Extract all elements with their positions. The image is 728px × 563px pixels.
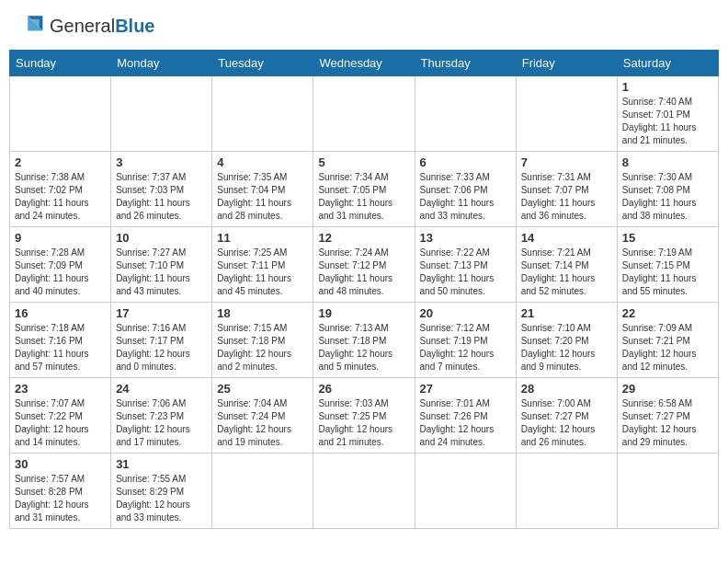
day-number: 7 xyxy=(521,155,612,169)
day-number: 15 xyxy=(622,231,713,245)
calendar-cell: 19Sunrise: 7:13 AM Sunset: 7:18 PM Dayli… xyxy=(313,303,415,378)
calendar-cell xyxy=(212,454,313,529)
calendar-cell: 22Sunrise: 7:09 AM Sunset: 7:21 PM Dayli… xyxy=(617,303,718,378)
day-info: Sunrise: 7:55 AM Sunset: 8:29 PM Dayligh… xyxy=(116,473,207,524)
col-header-wednesday: Wednesday xyxy=(313,51,415,76)
day-info: Sunrise: 6:58 AM Sunset: 7:27 PM Dayligh… xyxy=(622,397,713,449)
col-header-saturday: Saturday xyxy=(617,51,718,76)
calendar-cell: 9Sunrise: 7:28 AM Sunset: 7:09 PM Daylig… xyxy=(10,227,111,303)
day-info: Sunrise: 7:18 AM Sunset: 7:16 PM Dayligh… xyxy=(15,322,106,373)
calendar-cell: 31Sunrise: 7:55 AM Sunset: 8:29 PM Dayli… xyxy=(111,454,212,529)
day-number: 10 xyxy=(116,231,207,245)
calendar-cell xyxy=(415,76,516,152)
col-header-thursday: Thursday xyxy=(415,51,516,76)
day-info: Sunrise: 7:15 AM Sunset: 7:18 PM Dayligh… xyxy=(217,322,308,373)
day-number: 18 xyxy=(217,306,308,320)
col-header-friday: Friday xyxy=(516,51,617,76)
calendar-cell: 12Sunrise: 7:24 AM Sunset: 7:12 PM Dayli… xyxy=(313,227,415,303)
day-number: 14 xyxy=(521,231,612,245)
calendar-week-5: 23Sunrise: 7:07 AM Sunset: 7:22 PM Dayli… xyxy=(10,378,719,454)
day-info: Sunrise: 7:13 AM Sunset: 7:18 PM Dayligh… xyxy=(318,322,409,373)
calendar-cell xyxy=(212,76,313,152)
day-number: 5 xyxy=(318,155,409,169)
day-number: 9 xyxy=(15,231,106,245)
calendar-cell: 13Sunrise: 7:22 AM Sunset: 7:13 PM Dayli… xyxy=(415,227,516,303)
day-info: Sunrise: 7:31 AM Sunset: 7:07 PM Dayligh… xyxy=(521,171,612,223)
calendar-cell: 15Sunrise: 7:19 AM Sunset: 7:15 PM Dayli… xyxy=(617,227,718,303)
calendar-cell xyxy=(313,76,415,152)
calendar-cell: 29Sunrise: 6:58 AM Sunset: 7:27 PM Dayli… xyxy=(617,378,718,454)
day-number: 16 xyxy=(15,306,106,320)
calendar-cell: 30Sunrise: 7:57 AM Sunset: 8:28 PM Dayli… xyxy=(10,454,111,529)
day-number: 29 xyxy=(622,382,713,396)
calendar-cell: 18Sunrise: 7:15 AM Sunset: 7:18 PM Dayli… xyxy=(212,303,313,378)
calendar-cell: 17Sunrise: 7:16 AM Sunset: 7:17 PM Dayli… xyxy=(111,303,212,378)
day-info: Sunrise: 7:06 AM Sunset: 7:23 PM Dayligh… xyxy=(116,397,207,449)
day-info: Sunrise: 7:27 AM Sunset: 7:10 PM Dayligh… xyxy=(116,247,207,298)
day-number: 22 xyxy=(622,306,713,320)
day-info: Sunrise: 7:12 AM Sunset: 7:19 PM Dayligh… xyxy=(420,322,511,373)
day-number: 19 xyxy=(318,306,409,320)
calendar-cell: 21Sunrise: 7:10 AM Sunset: 7:20 PM Dayli… xyxy=(516,303,617,378)
day-number: 23 xyxy=(15,382,106,396)
day-number: 27 xyxy=(420,382,511,396)
calendar-cell: 2Sunrise: 7:38 AM Sunset: 7:02 PM Daylig… xyxy=(10,152,111,227)
calendar-week-3: 9Sunrise: 7:28 AM Sunset: 7:09 PM Daylig… xyxy=(10,227,719,303)
logo-text: GeneralBlue xyxy=(50,16,155,37)
day-number: 28 xyxy=(521,382,612,396)
day-number: 2 xyxy=(15,155,106,169)
calendar-cell: 8Sunrise: 7:30 AM Sunset: 7:08 PM Daylig… xyxy=(617,152,718,227)
day-number: 26 xyxy=(318,382,409,396)
calendar-cell: 24Sunrise: 7:06 AM Sunset: 7:23 PM Dayli… xyxy=(111,378,212,454)
day-info: Sunrise: 7:30 AM Sunset: 7:08 PM Dayligh… xyxy=(622,171,713,223)
day-number: 25 xyxy=(217,382,308,396)
calendar-cell xyxy=(10,76,111,152)
day-info: Sunrise: 7:25 AM Sunset: 7:11 PM Dayligh… xyxy=(217,247,308,298)
calendar-cell xyxy=(415,454,516,529)
logo: GeneralBlue xyxy=(13,9,155,42)
day-info: Sunrise: 7:35 AM Sunset: 7:04 PM Dayligh… xyxy=(217,171,308,223)
day-number: 13 xyxy=(420,231,511,245)
day-info: Sunrise: 7:37 AM Sunset: 7:03 PM Dayligh… xyxy=(116,171,207,223)
calendar-week-6: 30Sunrise: 7:57 AM Sunset: 8:28 PM Dayli… xyxy=(10,454,719,529)
calendar-cell: 23Sunrise: 7:07 AM Sunset: 7:22 PM Dayli… xyxy=(10,378,111,454)
day-info: Sunrise: 7:57 AM Sunset: 8:28 PM Dayligh… xyxy=(15,473,106,524)
day-info: Sunrise: 7:24 AM Sunset: 7:12 PM Dayligh… xyxy=(318,247,409,298)
calendar-cell xyxy=(617,454,718,529)
calendar-cell: 16Sunrise: 7:18 AM Sunset: 7:16 PM Dayli… xyxy=(10,303,111,378)
day-info: Sunrise: 7:21 AM Sunset: 7:14 PM Dayligh… xyxy=(521,247,612,298)
col-header-monday: Monday xyxy=(111,51,212,76)
day-number: 21 xyxy=(521,306,612,320)
day-number: 6 xyxy=(420,155,511,169)
day-number: 3 xyxy=(116,155,207,169)
day-info: Sunrise: 7:34 AM Sunset: 7:05 PM Dayligh… xyxy=(318,171,409,223)
day-number: 31 xyxy=(116,457,207,471)
calendar-cell: 26Sunrise: 7:03 AM Sunset: 7:25 PM Dayli… xyxy=(313,378,415,454)
calendar-cell xyxy=(516,76,617,152)
day-info: Sunrise: 7:28 AM Sunset: 7:09 PM Dayligh… xyxy=(15,247,106,298)
day-info: Sunrise: 7:01 AM Sunset: 7:26 PM Dayligh… xyxy=(420,397,511,449)
calendar-cell: 6Sunrise: 7:33 AM Sunset: 7:06 PM Daylig… xyxy=(415,152,516,227)
day-number: 30 xyxy=(15,457,106,471)
day-info: Sunrise: 7:07 AM Sunset: 7:22 PM Dayligh… xyxy=(15,397,106,449)
page-header: GeneralBlue xyxy=(9,9,719,42)
calendar-cell: 25Sunrise: 7:04 AM Sunset: 7:24 PM Dayli… xyxy=(212,378,313,454)
day-info: Sunrise: 7:00 AM Sunset: 7:27 PM Dayligh… xyxy=(521,397,612,449)
day-info: Sunrise: 7:10 AM Sunset: 7:20 PM Dayligh… xyxy=(521,322,612,373)
calendar-week-2: 2Sunrise: 7:38 AM Sunset: 7:02 PM Daylig… xyxy=(10,152,719,227)
calendar-cell: 11Sunrise: 7:25 AM Sunset: 7:11 PM Dayli… xyxy=(212,227,313,303)
day-info: Sunrise: 7:04 AM Sunset: 7:24 PM Dayligh… xyxy=(217,397,308,449)
col-header-sunday: Sunday xyxy=(10,51,111,76)
calendar-cell: 27Sunrise: 7:01 AM Sunset: 7:26 PM Dayli… xyxy=(415,378,516,454)
calendar-table: SundayMondayTuesdayWednesdayThursdayFrid… xyxy=(9,50,719,529)
day-info: Sunrise: 7:19 AM Sunset: 7:15 PM Dayligh… xyxy=(622,247,713,298)
calendar-cell xyxy=(313,454,415,529)
day-number: 20 xyxy=(420,306,511,320)
calendar-week-1: 1Sunrise: 7:40 AM Sunset: 7:01 PM Daylig… xyxy=(10,76,719,152)
calendar-cell: 20Sunrise: 7:12 AM Sunset: 7:19 PM Dayli… xyxy=(415,303,516,378)
col-header-tuesday: Tuesday xyxy=(212,51,313,76)
calendar-header-row: SundayMondayTuesdayWednesdayThursdayFrid… xyxy=(10,51,719,76)
calendar-cell: 4Sunrise: 7:35 AM Sunset: 7:04 PM Daylig… xyxy=(212,152,313,227)
day-info: Sunrise: 7:03 AM Sunset: 7:25 PM Dayligh… xyxy=(318,397,409,449)
calendar-cell: 3Sunrise: 7:37 AM Sunset: 7:03 PM Daylig… xyxy=(111,152,212,227)
